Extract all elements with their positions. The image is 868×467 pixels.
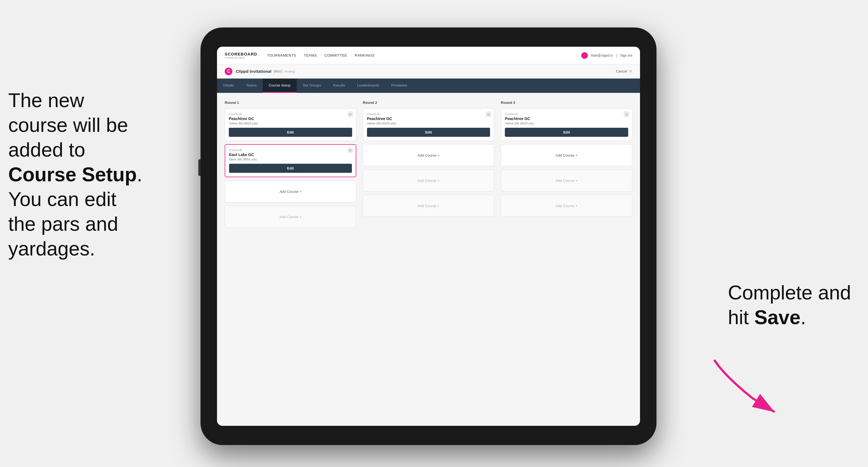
round-2-add-course-1[interactable]: Add Course + [363,144,494,166]
nav-committee[interactable]: COMMITTEE [324,53,347,57]
round-3-add-course-2-label: Add Course + [556,179,578,183]
tab-bar: Details Teams Course Setup Tee Groups Re… [217,79,640,93]
nav-rankings[interactable]: RANKINGS [355,53,375,57]
nav-separator: | [616,54,617,57]
right-annotation: Complete and hit Save. [728,280,860,330]
powered-by: Powered by clippd [225,56,257,59]
round-2-add-course-2: Add Course + [363,169,494,191]
round-3-course-a-tag: (Course A) [505,113,628,116]
round-2-label: Round 2 [363,100,494,105]
round-1-add-course-2: Add Course + [225,206,356,228]
nav-right: blair@clippd.io | Sign out [581,52,632,59]
tablet-side-button [198,159,200,176]
rounds-grid: Round 1 ⊡ (Course A) Peachtree GC Yellow… [225,100,632,231]
round-1-course-b-details: Black (M) (6891 yds) [229,158,352,161]
round-3-add-course-1-label: Add Course + [556,153,578,157]
annotation-line2: course will be [8,114,128,136]
round-1-course-a-edit-btn[interactable]: Edit [229,128,352,137]
round-3-label: Round 3 [501,100,632,105]
round-3-course-a-name: Peachtree GC [505,117,628,121]
round-1-course-b-name: East Lake GC [229,152,352,157]
right-arrow [703,354,791,420]
round-1-course-a-delete[interactable]: ⊡ [348,112,353,117]
round-2-add-course-1-label: Add Course + [417,153,439,157]
round-1-add-course-2-label: Add Course + [279,215,301,219]
tab-leaderboards[interactable]: Leaderboards [351,79,385,93]
annotation-line4-bold: Course Setup [8,163,137,185]
user-email: blair@clippd.io [591,54,613,57]
round-2-course-a-edit-btn[interactable]: Edit [367,128,490,137]
user-avatar [581,52,588,59]
annotation-line1: The new [8,89,84,111]
round-1-course-a-details: Yellow (M) (6629 yds) [229,122,352,125]
round-3-course-a-details: Yellow (M) (6629 yds) [505,122,628,125]
annotation-line5: You can edit [8,188,117,210]
nav-links: TOURNAMENTS TEAMS COMMITTEE RANKINGS [267,53,581,57]
tab-teams[interactable]: Teams [240,79,262,93]
round-1-label: Round 1 [225,100,356,105]
round-3-add-course-2: Add Course + [501,169,632,191]
round-3-section: Round 3 ⊡ (Course A) Peachtree GC Yellow… [501,100,632,231]
tab-details[interactable]: Details [217,79,240,93]
tab-results[interactable]: Results [327,79,351,93]
round-2-section: Round 2 ⊡ (Course A) Peachtree GC Yellow… [363,100,494,231]
logo-text: SCOREBOARD [225,52,257,56]
round-2-course-a-name: Peachtree GC [367,117,490,121]
round-2-course-a-details: Yellow (M) (6629 yds) [367,122,490,125]
round-1-course-a-name: Peachtree GC [229,117,352,121]
round-3-course-a-delete[interactable]: ⊡ [624,112,629,117]
sub-header: C Clippd Invitational (Men) Hosting Canc… [217,64,640,79]
tablet-screen: SCOREBOARD Powered by clippd TOURNAMENTS… [217,47,640,426]
round-3-add-course-3: Add Course + [501,195,632,217]
tournament-title: Clippd Invitational [236,69,271,73]
round-3-course-a-card: ⊡ (Course A) Peachtree GC Yellow (M) (66… [501,108,632,141]
round-1-add-course-1[interactable]: Add Course + [225,181,356,203]
round-3-add-course-3-label: Add Course + [556,204,578,208]
annotation-line7: yardages. [8,238,95,259]
round-1-course-a-tag: (Course A) [229,113,352,116]
annotation-line6: the pars and [8,213,118,235]
scoreboard-logo: SCOREBOARD Powered by clippd [225,52,257,59]
round-3-course-a-edit-btn[interactable]: Edit [505,128,628,137]
right-annotation-bold: Save [754,306,800,328]
round-2-course-a-card: ⊡ (Course A) Peachtree GC Yellow (M) (66… [363,108,494,141]
round-2-add-course-2-label: Add Course + [417,179,439,183]
round-1-course-b-card: ⊡ (Course B) East Lake GC Black (M) (689… [225,144,356,177]
right-annotation-line2-start: hit [728,306,754,328]
round-2-course-a-tag: (Course A) [367,113,490,116]
round-1-add-course-1-label: Add Course + [279,190,301,194]
tablet: SCOREBOARD Powered by clippd TOURNAMENTS… [200,28,656,445]
round-2-add-course-3-label: Add Course + [417,204,439,208]
main-content: Round 1 ⊡ (Course A) Peachtree GC Yellow… [217,93,640,426]
round-1-course-b-delete[interactable]: ⊡ [347,148,353,153]
round-1-section: Round 1 ⊡ (Course A) Peachtree GC Yellow… [225,100,356,231]
tab-tee-groups[interactable]: Tee Groups [297,79,327,93]
top-nav: SCOREBOARD Powered by clippd TOURNAMENTS… [217,47,640,64]
left-annotation: The new course will be added to Course S… [8,88,195,261]
tournament-badge: (Men) [274,69,282,73]
right-annotation-line1: Complete and [728,282,851,304]
round-2-course-a-delete[interactable]: ⊡ [486,112,491,117]
round-1-course-b-tag: (Course B) [229,149,352,152]
tournament-tag: Hosting [284,70,294,73]
round-1-course-a-card: ⊡ (Course A) Peachtree GC Yellow (M) (66… [225,108,356,141]
cancel-x-icon[interactable]: ✕ [629,69,632,74]
round-3-add-course-1[interactable]: Add Course + [501,144,632,166]
nav-tournaments[interactable]: TOURNAMENTS [267,53,296,57]
round-2-add-course-3: Add Course + [363,195,494,217]
sub-header-logo: C [225,68,232,75]
round-1-course-b-edit-btn[interactable]: Edit [229,164,352,173]
annotation-line3: added to [8,139,85,161]
tab-course-setup[interactable]: Course Setup [262,79,297,93]
sign-out-link[interactable]: Sign out [620,54,632,57]
tab-printables[interactable]: Printables [385,79,413,93]
nav-teams[interactable]: TEAMS [304,53,317,57]
cancel-button[interactable]: Cancel [616,69,627,73]
